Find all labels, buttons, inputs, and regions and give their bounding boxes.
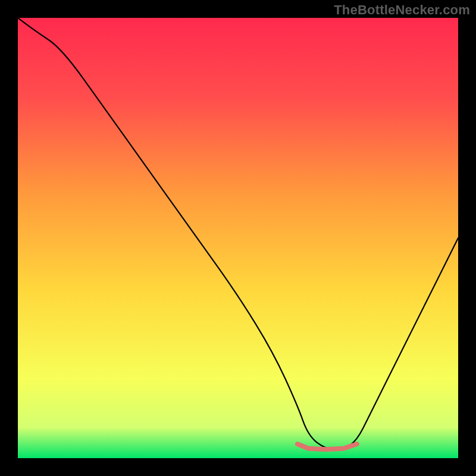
chart-frame: TheBottleNecker.com <box>0 0 476 476</box>
bottleneck-chart <box>18 18 458 458</box>
gradient-background <box>18 18 458 458</box>
watermark-text: TheBottleNecker.com <box>334 2 470 18</box>
plot-area <box>18 18 458 458</box>
